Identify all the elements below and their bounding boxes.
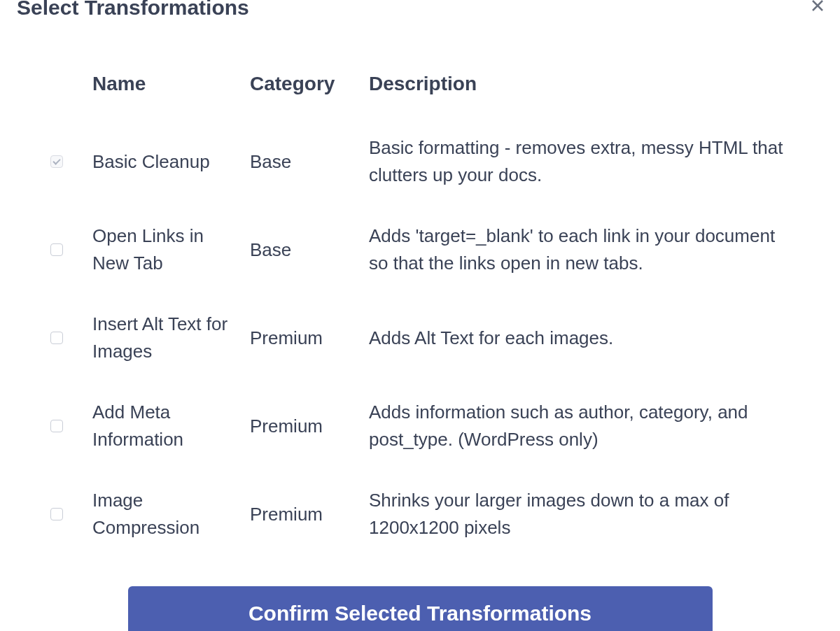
checkbox-cell xyxy=(42,470,84,558)
table-row: Open Links in New TabBaseAdds 'target=_b… xyxy=(42,206,798,294)
close-button[interactable] xyxy=(809,0,826,16)
modal-content: Name Category Description Basic CleanupB… xyxy=(0,20,840,558)
row-name: Insert Alt Text for Images xyxy=(84,294,241,382)
table-row: Insert Alt Text for ImagesPremiumAdds Al… xyxy=(42,294,798,382)
row-category: Base xyxy=(241,118,360,206)
row-category: Premium xyxy=(241,382,360,470)
row-description: Adds Alt Text for each images. xyxy=(360,294,798,382)
row-category: Premium xyxy=(241,294,360,382)
table-row: Image CompressionPremiumShrinks your lar… xyxy=(42,470,798,558)
checkbox-cell xyxy=(42,294,84,382)
checkbox-cell xyxy=(42,206,84,294)
row-checkbox[interactable] xyxy=(50,332,63,344)
close-icon xyxy=(809,0,826,14)
row-checkbox xyxy=(50,155,63,168)
row-description: Basic formatting - removes extra, messy … xyxy=(360,118,798,206)
row-description: Adds information such as author, categor… xyxy=(360,382,798,470)
header-description: Description xyxy=(360,62,798,118)
row-description: Adds 'target=_blank' to each link in you… xyxy=(360,206,798,294)
confirm-wrapper: Confirm Selected Transformations xyxy=(0,586,840,631)
table-row: Basic CleanupBaseBasic formatting - remo… xyxy=(42,118,798,206)
confirm-button[interactable]: Confirm Selected Transformations xyxy=(128,586,713,631)
row-checkbox[interactable] xyxy=(50,243,63,256)
row-name: Open Links in New Tab xyxy=(84,206,241,294)
checkbox-cell xyxy=(42,118,84,206)
row-category: Premium xyxy=(241,470,360,558)
row-description: Shrinks your larger images down to a max… xyxy=(360,470,798,558)
header-name: Name xyxy=(84,62,241,118)
modal-title: Select Transformations xyxy=(17,0,249,20)
row-name: Add Meta Information xyxy=(84,382,241,470)
transformations-table: Name Category Description Basic CleanupB… xyxy=(42,62,798,558)
row-checkbox[interactable] xyxy=(50,508,63,520)
header-checkbox-col xyxy=(42,62,84,118)
row-name: Image Compression xyxy=(84,470,241,558)
row-checkbox[interactable] xyxy=(50,420,63,432)
checkbox-cell xyxy=(42,382,84,470)
row-category: Base xyxy=(241,206,360,294)
table-row: Add Meta InformationPremiumAdds informat… xyxy=(42,382,798,470)
row-name: Basic Cleanup xyxy=(84,118,241,206)
header-category: Category xyxy=(241,62,360,118)
modal-header: Select Transformations xyxy=(0,0,840,20)
